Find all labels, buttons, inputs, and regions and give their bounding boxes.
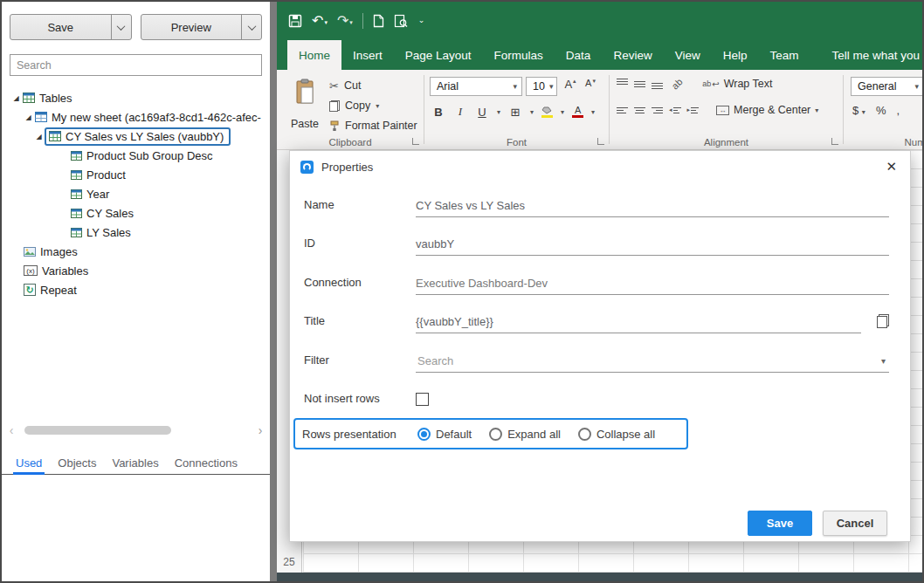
align-top-button[interactable] xyxy=(617,79,628,89)
tree-node-column[interactable]: LY Sales xyxy=(2,223,270,242)
font-family-combobox[interactable]: Arial ▾ xyxy=(430,77,522,96)
dialog-launcher-icon[interactable] xyxy=(412,138,419,145)
radio-collapse-all[interactable]: Collapse all xyxy=(578,428,655,441)
expander-icon[interactable]: ◢ xyxy=(33,133,45,141)
preview-dropdown[interactable] xyxy=(241,15,261,39)
radio-expand-all[interactable]: Expand all xyxy=(489,428,561,441)
tree-node-column[interactable]: Year xyxy=(2,184,270,203)
copy-button[interactable]: Copy ▾ xyxy=(329,98,417,113)
scroll-right-icon[interactable]: › xyxy=(254,425,266,436)
radio-icon[interactable] xyxy=(489,428,502,441)
copy-icon[interactable] xyxy=(877,314,889,328)
ribbon-tab-team[interactable]: Team xyxy=(758,40,810,70)
customize-qat-icon[interactable]: ⌄ xyxy=(417,16,425,26)
redo-button[interactable]: ↷ ▾ xyxy=(337,14,353,28)
radio-selected-icon[interactable] xyxy=(417,428,431,441)
scrollbar-track[interactable] xyxy=(17,425,254,436)
decrease-font-button[interactable]: A▾ xyxy=(583,78,597,95)
caret-down-icon[interactable]: ▾ xyxy=(878,356,889,366)
cut-button[interactable]: ✂ Cut xyxy=(329,78,417,93)
ribbon-tab-review[interactable]: Review xyxy=(602,40,663,70)
paste-button[interactable]: Paste xyxy=(284,76,326,132)
tree-label: Repeat xyxy=(40,284,77,297)
save-icon[interactable] xyxy=(288,14,302,28)
bold-button[interactable]: B xyxy=(431,103,445,120)
number-format-combobox[interactable]: General ▾ xyxy=(851,77,922,96)
panel-divider[interactable] xyxy=(270,2,277,581)
print-preview-icon[interactable] xyxy=(394,14,408,28)
align-left-button[interactable] xyxy=(617,105,628,115)
expander-icon[interactable]: ◢ xyxy=(23,113,34,121)
tree-node-column[interactable]: CY Sales xyxy=(2,203,270,223)
tree-node-column[interactable]: Product xyxy=(2,165,270,184)
radio-icon[interactable] xyxy=(578,428,591,441)
save-button[interactable]: Save xyxy=(748,511,812,536)
wrap-text-button[interactable]: ab↩ Wrap Text xyxy=(702,78,772,90)
align-middle-button[interactable] xyxy=(634,79,645,89)
ribbon-tab-home[interactable]: Home xyxy=(287,40,341,70)
decrease-indent-button[interactable]: ◂ xyxy=(669,105,681,115)
ribbon-tab-page-layout[interactable]: Page Layout xyxy=(394,40,483,70)
font-size-combobox[interactable]: 10 ▾ xyxy=(526,77,557,96)
undo-button[interactable]: ↶ ▾ xyxy=(312,14,328,28)
tell-me-box[interactable]: Tell me what you want to xyxy=(825,40,922,70)
new-file-icon[interactable] xyxy=(373,14,384,28)
percent-style-button[interactable]: % xyxy=(876,104,886,117)
increase-font-button[interactable]: A▴ xyxy=(563,78,577,95)
dialog-launcher-icon[interactable] xyxy=(831,138,838,145)
save-dropdown[interactable] xyxy=(111,15,131,39)
underline-button[interactable]: U xyxy=(475,103,489,120)
ribbon-tab-formulas[interactable]: Formulas xyxy=(483,40,555,70)
selected-node-highlight[interactable]: CY Sales vs LY Sales (vaubbY) xyxy=(45,127,231,146)
tab-objects[interactable]: Objects xyxy=(51,452,103,474)
tree-node-images[interactable]: Images xyxy=(2,242,270,261)
horizontal-scrollbar[interactable]: ‹ › xyxy=(5,424,266,436)
align-center-button[interactable] xyxy=(634,105,645,115)
tree-node-selected-table[interactable]: ◢ CY Sales vs LY Sales (vaubbY) xyxy=(2,127,270,146)
increase-indent-button[interactable]: ▸ xyxy=(687,105,700,115)
save-button[interactable]: Save xyxy=(10,15,111,39)
row-header-25[interactable]: 25 xyxy=(277,556,301,568)
tree-node-repeat[interactable]: ↻ Repeat xyxy=(2,280,270,299)
preview-button[interactable]: Preview xyxy=(141,15,242,39)
borders-button[interactable]: ⊞ xyxy=(508,103,522,120)
scroll-left-icon[interactable]: ‹ xyxy=(5,425,17,436)
fill-color-button[interactable] xyxy=(541,106,553,118)
id-field[interactable]: vaubbY xyxy=(416,233,889,256)
radio-default[interactable]: Default xyxy=(417,428,472,441)
dialog-launcher-icon[interactable] xyxy=(597,138,604,145)
align-bottom-button[interactable] xyxy=(652,79,663,89)
cancel-button[interactable]: Cancel xyxy=(823,511,887,536)
merge-center-button[interactable]: ↔ Merge & Center ▾ xyxy=(716,104,818,116)
tree-node-variables[interactable]: (x) Variables xyxy=(2,261,270,280)
accounting-format-button[interactable]: $ ▾ xyxy=(852,104,865,117)
ribbon-tab-insert[interactable]: Insert xyxy=(341,40,394,70)
application-window: Save Preview ◢ Tables ◢ xyxy=(0,0,924,583)
tree-node-column[interactable]: Product Sub Group Desc xyxy=(2,146,270,165)
tab-used[interactable]: Used xyxy=(9,452,49,474)
filter-field[interactable]: ▾ xyxy=(416,350,889,373)
scrollbar-thumb[interactable] xyxy=(24,426,171,435)
orientation-button[interactable]: ab xyxy=(670,76,685,91)
close-icon[interactable]: ✕ xyxy=(883,159,900,175)
filter-search-input[interactable] xyxy=(416,353,878,368)
tree-node-sheet[interactable]: ◢ My new sheet (ac169af3-8cd1-462c-afec- xyxy=(2,107,270,127)
expander-icon[interactable]: ◢ xyxy=(10,94,22,102)
ribbon-tab-help[interactable]: Help xyxy=(712,40,759,70)
preview-split-button[interactable]: Preview xyxy=(141,14,263,40)
save-split-button[interactable]: Save xyxy=(10,14,132,40)
ribbon-tab-view[interactable]: View xyxy=(664,40,712,70)
not-insert-rows-checkbox[interactable] xyxy=(416,393,429,406)
tab-connections[interactable]: Connections xyxy=(168,452,245,474)
search-input[interactable] xyxy=(10,54,262,76)
name-field[interactable]: CY Sales vs LY Sales xyxy=(416,195,889,217)
format-painter-button[interactable]: Format Painter xyxy=(329,118,417,134)
align-right-button[interactable] xyxy=(652,105,663,115)
ribbon-tab-data[interactable]: Data xyxy=(555,40,603,70)
comma-style-button[interactable]: , xyxy=(896,104,900,117)
tab-variables[interactable]: Variables xyxy=(105,452,165,474)
title-field[interactable]: {{vaubbY_title}} xyxy=(416,311,861,333)
tree-node-tables[interactable]: ◢ Tables xyxy=(2,88,270,107)
font-color-button[interactable]: A xyxy=(572,106,583,118)
italic-button[interactable]: I xyxy=(453,103,467,120)
